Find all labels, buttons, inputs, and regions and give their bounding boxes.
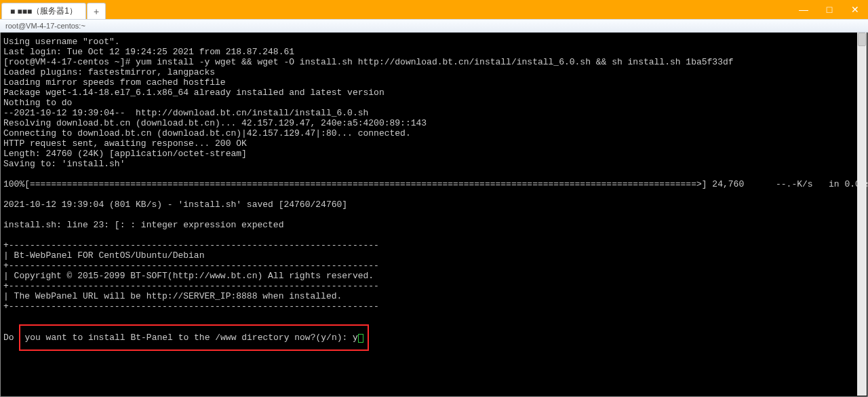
terminal[interactable]: Using username "root".Last login: Tue Oc… (0, 33, 868, 397)
terminal-line: Loading mirror speeds from cached hostfi… (3, 77, 865, 88)
terminal-line (3, 230, 865, 240)
maximize-button[interactable]: □ (816, 0, 842, 19)
terminal-line: Resolving download.bt.cn (download.bt.cn… (3, 118, 865, 128)
terminal-line: Nothing to do (3, 98, 865, 108)
highlight-box: you want to install Bt-Panel to the /www… (19, 324, 368, 351)
tab-label: （服务器1） (32, 5, 77, 17)
terminal-line: | Bt-WebPanel FOR CentOS/Ubuntu/Debian (3, 250, 865, 261)
terminal-line: Connecting to download.bt.cn (download.b… (3, 128, 865, 138)
terminal-line: Length: 24760 (24K) [application/octet-s… (3, 149, 865, 159)
terminal-line: +---------------------------------------… (3, 240, 865, 250)
scrollbar-track[interactable] (857, 33, 867, 396)
close-button[interactable]: ✕ (842, 0, 868, 19)
plus-icon: + (94, 6, 99, 17)
window-controls: — □ ✕ (791, 0, 868, 19)
terminal-line: Last login: Tue Oct 12 19:24:25 2021 fro… (3, 47, 865, 57)
terminal-line (3, 311, 865, 322)
terminal-line: 2021-10-12 19:39:04 (801 KB/s) - 'instal… (3, 200, 865, 210)
terminal-line: +---------------------------------------… (3, 281, 865, 291)
terminal-line: Package wget-1.14-18.el7_6.1.x86_64 alre… (3, 88, 865, 98)
terminal-line: 100%[===================================… (3, 179, 865, 189)
terminal-line: | The WebPanel URL will be http://SERVER… (3, 291, 865, 301)
terminal-line (3, 210, 865, 220)
minimize-button[interactable]: — (791, 0, 816, 19)
pathbar-text: root@VM-4-17-centos:~ (5, 22, 85, 30)
terminal-line: Using username "root". (3, 37, 865, 47)
tab-add-button[interactable]: + (87, 3, 106, 19)
cursor-icon (358, 334, 363, 343)
terminal-line: | Copyright © 2015-2099 BT-SOFT(http://w… (3, 271, 865, 281)
terminal-line (3, 189, 865, 200)
terminal-line: +---------------------------------------… (3, 301, 865, 311)
tab-blurred-prefix: ■ ■■■ (10, 7, 32, 16)
terminal-line: HTTP request sent, awaiting response... … (3, 138, 865, 149)
scrollbar-thumb[interactable] (858, 33, 866, 46)
pathbar: root@VM-4-17-centos:~ (0, 19, 868, 33)
terminal-line: Loaded plugins: fastestmirror, langpacks (3, 67, 865, 77)
prompt-text: you want to install Bt-Panel to the /www… (24, 333, 357, 343)
titlebar: ■ ■■■ （服务器1） + — □ ✕ (0, 0, 868, 19)
terminal-line: +---------------------------------------… (3, 261, 865, 271)
terminal-line: install.sh: line 23: [: : integer expres… (3, 220, 865, 230)
tab-server-1[interactable]: ■ ■■■ （服务器1） (1, 3, 86, 19)
tabs-container: ■ ■■■ （服务器1） + (0, 0, 106, 19)
terminal-line: --2021-10-12 19:39:04-- http://download.… (3, 108, 865, 118)
terminal-line: Saving to: 'install.sh' (3, 159, 865, 169)
terminal-line: [root@VM-4-17-centos ~]# yum install -y … (3, 57, 865, 67)
prompt-prefix: Do (3, 333, 19, 343)
terminal-line (3, 169, 865, 179)
install-prompt-line: Do you want to install Bt-Panel to the /… (3, 322, 865, 351)
